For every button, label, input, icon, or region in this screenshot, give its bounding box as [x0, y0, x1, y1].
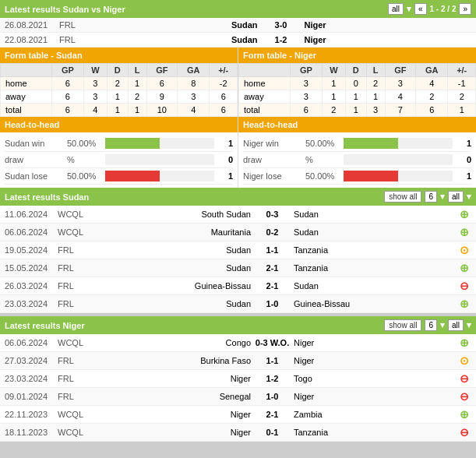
latest-sudan-header: Latest results Sudan show all 6 ▾ all ▾ [0, 188, 476, 206]
match-home: Niger [87, 410, 251, 419]
h2h-bar-red [105, 171, 160, 181]
type-filter-dropdown[interactable]: all [448, 319, 464, 331]
match-home: Niger [87, 428, 251, 437]
nav-prev-button[interactable]: « [414, 3, 427, 15]
match-home: Sudan [87, 299, 251, 308]
result-icon-win: ⊕ [457, 408, 471, 421]
h2h-row: Niger lose 50.00% 1 [243, 168, 471, 185]
h2h-count: 0 [456, 155, 471, 164]
match-away: Togo [294, 374, 457, 383]
row-label: away [1, 90, 52, 104]
count-filter-dropdown[interactable]: 6 [425, 319, 437, 331]
h2h-row: Sudan win 50.00% 1 [5, 136, 233, 152]
dropdown-arrow-icon: ▾ [440, 192, 445, 202]
match-date: 19.05.2024 [5, 245, 58, 255]
cell: 6 [52, 90, 83, 104]
table-row: 19.05.2024 FRL Sudan 1-1 Tanzania ⊙ [0, 241, 476, 259]
match-score: 0-3 W.O. [251, 338, 294, 347]
h2h-label: draw [243, 155, 305, 164]
h2h-niger-panel: Head-to-head Niger win 50.00% 1 draw % [238, 117, 476, 188]
match-date: 11.06.2024 [5, 210, 58, 219]
show-all-button[interactable]: show all [384, 191, 421, 203]
match-date: 26.03.2024 [5, 281, 58, 291]
cell: 8 [177, 77, 209, 90]
col-header [239, 64, 291, 77]
form-niger-table: GP W D L GF GA +/- home 3 1 0 [238, 63, 476, 117]
show-all-button[interactable]: show all [384, 319, 421, 331]
row-label: total [239, 104, 291, 117]
match-score: 2-1 [251, 263, 294, 273]
h2h-pct: % [67, 155, 102, 164]
match-away: Sudan [294, 210, 457, 219]
match-comp: WCQL [58, 410, 87, 419]
dropdown-arrow-icon: ▾ [440, 320, 445, 330]
table-row: 23.03.2024 FRL Sudan 1-0 Guinea-Bissau ⊕ [0, 295, 476, 313]
result-icon-loss: ⊖ [457, 426, 471, 439]
cell: 6 [52, 77, 83, 90]
result-icon-win: ⊕ [457, 298, 471, 310]
h2h-bar-container [344, 171, 453, 181]
col-header-d: D [108, 64, 128, 77]
col-header-gp: GP [52, 64, 83, 77]
match-date: 23.03.2024 [5, 299, 58, 308]
type-filter-dropdown[interactable]: all [448, 191, 464, 203]
table-row: 18.11.2023 WCQL Niger 0-1 Tanzania ⊖ [0, 424, 476, 442]
cell: 1 [448, 104, 476, 117]
table-row: 22.11.2023 WCQL Niger 2-1 Zambia ⊕ [0, 406, 476, 424]
match-comp: FRL [58, 392, 87, 401]
latest-niger-title: Latest results Niger [5, 321, 85, 330]
result-icon-loss: ⊖ [457, 280, 471, 292]
h2h-label: Sudan lose [5, 171, 67, 181]
cell: 10 [146, 104, 177, 117]
match-home: South Sudan [87, 210, 251, 219]
table-row: 22.08.2021 FRL Sudan 1-2 Niger [0, 33, 476, 48]
cell: 6 [52, 104, 83, 117]
form-niger-header: Form table - Niger [238, 48, 476, 63]
match-score: 0-3 [251, 210, 294, 219]
cell: 2 [108, 77, 128, 90]
h2h-row: draw % 0 [5, 152, 233, 168]
cell: 2 [128, 90, 146, 104]
count-filter-dropdown[interactable]: 6 [425, 191, 437, 203]
match-away: Tanzania [294, 263, 457, 273]
cell: 6 [146, 77, 177, 90]
cell: 6 [415, 104, 447, 117]
match-comp: FRL [59, 35, 90, 44]
latest-niger-section: Latest results Niger show all 6 ▾ all ▾ … [0, 316, 476, 442]
dropdown-arrow-icon: ▾ [467, 320, 471, 330]
match-date: 27.03.2024 [5, 356, 58, 365]
match-away: Sudan [294, 281, 457, 291]
match-comp: FRL [58, 374, 87, 383]
dropdown-arrow-icon: ▾ [467, 192, 471, 202]
match-home: Mauritania [87, 227, 251, 237]
form-table-header-row: GP W D L GF GA +/- [1, 64, 238, 77]
all-filter-dropdown[interactable]: all [388, 3, 404, 15]
match-date: 15.05.2024 [5, 263, 58, 273]
cell: 1 [366, 90, 385, 104]
match-comp: FRL [58, 281, 87, 291]
table-row: away 3 1 1 1 4 2 2 [239, 90, 476, 104]
cell: 1 [128, 104, 146, 117]
match-comp: FRL [58, 299, 87, 308]
h2h-count: 1 [456, 171, 471, 181]
cell: 6 [210, 104, 238, 117]
cell: 2 [322, 104, 346, 117]
col-header-d: D [346, 64, 366, 77]
h2h-pct: 50.00% [305, 139, 340, 148]
result-icon-loss: ⊖ [457, 390, 471, 403]
cell: 1 [108, 90, 128, 104]
match-comp: WCQL [58, 227, 87, 237]
h2h-bar-container [344, 138, 453, 149]
cell: 2 [366, 77, 385, 90]
match-score: 0-1 [251, 428, 294, 437]
match-score: 1-2 [258, 35, 305, 44]
match-score: 0-2 [251, 227, 294, 237]
match-score: 2-1 [251, 281, 294, 291]
cell: 6 [291, 104, 322, 117]
match-score: 1-1 [251, 356, 294, 365]
col-header-ga: GA [415, 64, 447, 77]
h2h-pct: 50.00% [67, 139, 102, 148]
match-away: Niger [305, 35, 472, 44]
cell: 1 [322, 90, 346, 104]
nav-next-button[interactable]: » [459, 3, 471, 15]
